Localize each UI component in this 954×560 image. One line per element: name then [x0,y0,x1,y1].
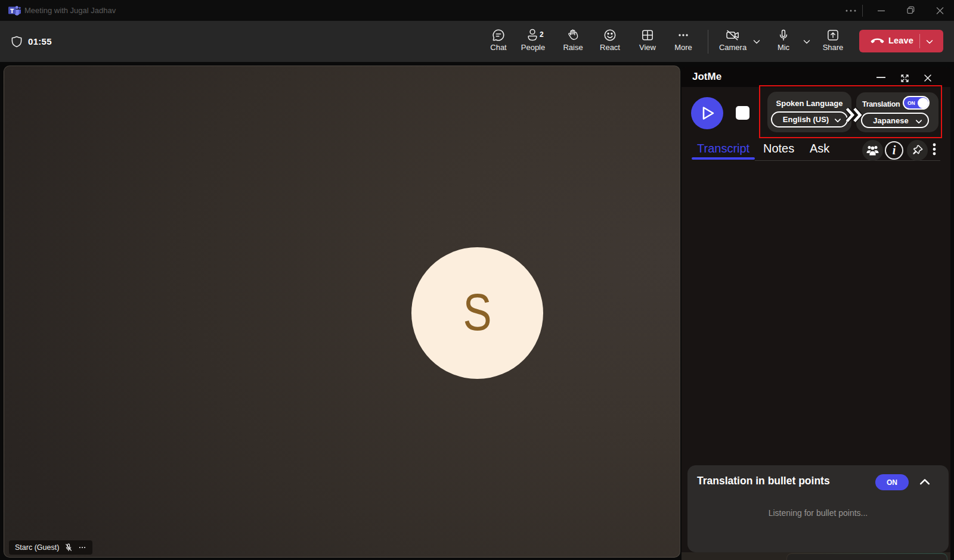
svg-text:2: 2 [540,30,544,39]
